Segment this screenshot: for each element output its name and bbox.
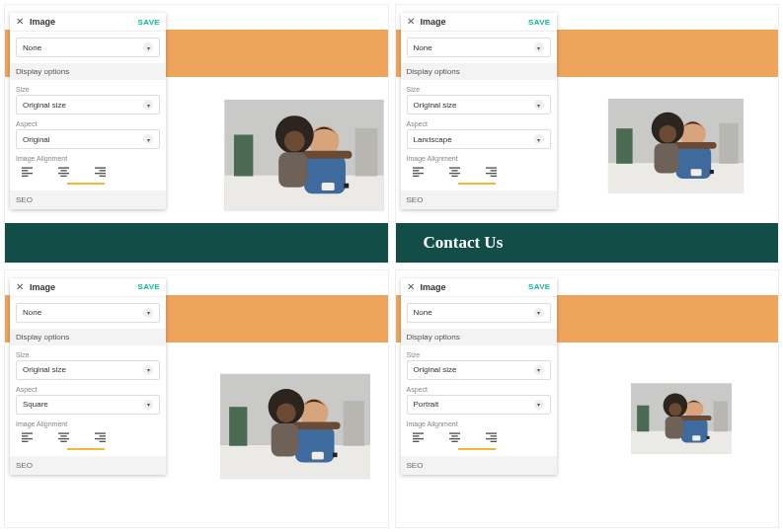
size-label: Size (16, 351, 160, 358)
aspect-select[interactable]: Square▾ (16, 395, 160, 415)
size-value: Original size (414, 365, 457, 374)
contact-us-band: Contact Us (396, 223, 779, 263)
image-source-select[interactable]: None▾ (16, 303, 160, 323)
alignment-label: Image Alignment (16, 155, 160, 162)
chevron-down-icon: ▾ (143, 134, 153, 144)
image-source-value: None (414, 43, 432, 52)
alignment-label: Image Alignment (407, 155, 551, 162)
alignment-indicator (409, 448, 549, 450)
display-options-section: Display options (401, 329, 557, 345)
align-center-icon (449, 432, 460, 442)
alignment-row (16, 164, 160, 183)
align-right-button[interactable] (486, 167, 497, 179)
save-button[interactable]: SAVE (528, 18, 550, 27)
size-value: Original size (23, 365, 66, 374)
align-left-button[interactable] (413, 167, 424, 179)
image-source-select[interactable]: None▾ (407, 38, 551, 57)
aspect-select[interactable]: Original▾ (16, 129, 160, 149)
chevron-down-icon: ▾ (143, 308, 153, 318)
size-label: Size (407, 86, 551, 93)
chevron-down-icon: ▾ (534, 100, 544, 110)
align-right-button[interactable] (95, 167, 106, 179)
image-source-select[interactable]: None▾ (16, 38, 160, 57)
display-options-section: Display options (10, 329, 166, 345)
image-settings-panel: ✕ImageSAVENone▾Display optionsSizeOrigin… (401, 278, 557, 475)
align-right-icon (486, 167, 497, 177)
align-right-button[interactable] (486, 432, 497, 444)
align-center-button[interactable] (449, 167, 460, 179)
size-select[interactable]: Original size▾ (407, 95, 551, 114)
align-center-button[interactable] (58, 167, 69, 179)
save-button[interactable]: SAVE (138, 18, 160, 27)
close-icon[interactable]: ✕ (16, 17, 24, 27)
panel-body: None▾Display optionsSizeOriginal size▾As… (401, 32, 557, 185)
alignment-row (16, 429, 160, 448)
align-right-button[interactable] (95, 432, 106, 444)
align-center-icon (449, 167, 460, 177)
editor-variant-original: ✕ImageSAVENone▾Display optionsSizeOrigin… (4, 4, 389, 264)
align-left-button[interactable] (413, 432, 424, 444)
image-preview[interactable] (220, 100, 388, 211)
size-select[interactable]: Original size▾ (16, 360, 160, 380)
image-preview[interactable] (631, 344, 732, 493)
panel-title: Image (421, 17, 529, 27)
size-label: Size (16, 86, 160, 93)
image-source-value: None (23, 43, 41, 52)
panel-title: Image (30, 17, 138, 27)
editor-variant-portrait: ✕ImageSAVENone▾Display optionsSizeOrigin… (395, 269, 780, 529)
align-center-icon (58, 432, 69, 442)
close-icon[interactable]: ✕ (407, 17, 415, 27)
panel-body: None▾Display optionsSizeOriginal size▾As… (10, 32, 166, 185)
align-right-icon (95, 432, 106, 442)
align-left-button[interactable] (22, 432, 33, 444)
alignment-indicator (18, 448, 158, 450)
align-right-icon (95, 167, 106, 177)
save-button[interactable]: SAVE (528, 282, 550, 291)
aspect-value: Portrait (414, 400, 439, 409)
align-center-button[interactable] (449, 432, 460, 444)
image-source-value: None (414, 308, 432, 317)
editor-variant-landscape: Contact Us✕ImageSAVENone▾Display options… (395, 4, 780, 264)
aspect-value: Landscape (414, 135, 452, 144)
size-select[interactable]: Original size▾ (16, 95, 160, 114)
panel-header: ✕ImageSAVE (10, 278, 166, 297)
display-options-section: Display options (10, 63, 166, 80)
seo-section[interactable]: SEO (401, 190, 557, 209)
panel-body: None▾Display optionsSizeOriginal size▾As… (10, 297, 166, 450)
panel-title: Image (30, 282, 138, 292)
close-icon[interactable]: ✕ (407, 282, 415, 292)
align-right-icon (486, 432, 497, 442)
display-options-section: Display options (401, 63, 557, 80)
seo-section[interactable]: SEO (10, 456, 166, 475)
aspect-value: Square (23, 400, 48, 409)
chevron-down-icon: ▾ (534, 400, 544, 410)
alignment-row (407, 164, 551, 183)
seo-section[interactable]: SEO (401, 456, 557, 475)
alignment-indicator (18, 183, 158, 185)
image-settings-panel: ✕ImageSAVENone▾Display optionsSizeOrigin… (401, 13, 557, 209)
image-settings-panel: ✕ImageSAVENone▾Display optionsSizeOrigin… (10, 13, 166, 209)
align-left-icon (22, 167, 33, 177)
save-button[interactable]: SAVE (138, 282, 160, 291)
aspect-select[interactable]: Landscape▾ (407, 129, 551, 149)
chevron-down-icon: ▾ (143, 365, 153, 375)
image-preview[interactable] (589, 99, 762, 193)
image-preview[interactable] (220, 351, 370, 501)
close-icon[interactable]: ✕ (16, 282, 24, 292)
chevron-down-icon: ▾ (534, 134, 544, 144)
image-source-select[interactable]: None▾ (407, 303, 551, 323)
panel-title: Image (421, 282, 529, 292)
align-left-button[interactable] (22, 167, 33, 179)
align-left-icon (413, 167, 424, 177)
panel-header: ✕ImageSAVE (10, 13, 166, 32)
aspect-select[interactable]: Portrait▾ (407, 395, 551, 415)
contact-us-heading: Contact Us (424, 233, 504, 253)
chevron-down-icon: ▾ (143, 400, 153, 410)
aspect-value: Original (23, 135, 50, 144)
seo-section[interactable]: SEO (10, 190, 166, 209)
align-center-button[interactable] (58, 432, 69, 444)
image-source-value: None (23, 308, 41, 317)
chevron-down-icon: ▾ (534, 308, 544, 318)
size-select[interactable]: Original size▾ (407, 360, 551, 380)
panel-body: None▾Display optionsSizeOriginal size▾As… (401, 297, 557, 450)
